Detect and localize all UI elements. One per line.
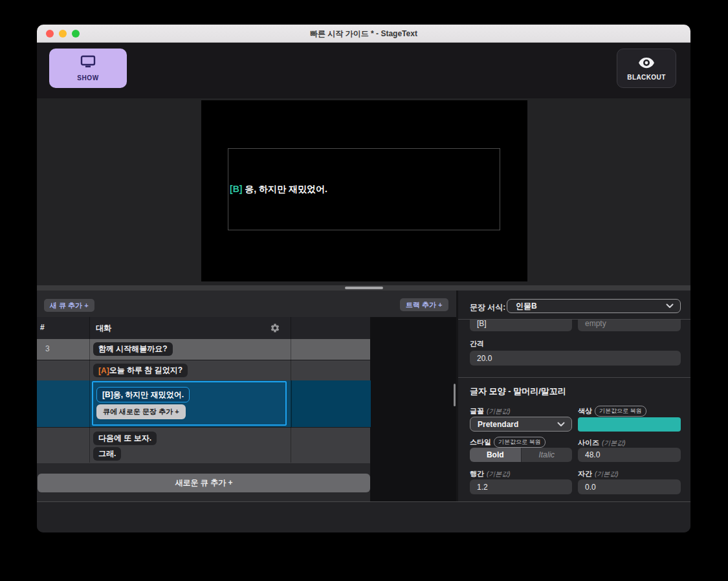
blackout-button-label: BLACKOUT xyxy=(627,74,665,81)
speaker-tag: [B] xyxy=(230,184,245,194)
letter-spacing-input[interactable] xyxy=(578,479,681,494)
default-hint: (기본값) xyxy=(487,408,511,415)
selected-sentence-chip[interactable]: [B]응, 하지만 재밌었어. xyxy=(96,387,190,402)
sentence-text: 다음에 또 보자. xyxy=(98,433,151,444)
letter-spacing-label-text: 자간 xyxy=(578,470,592,477)
sentence-text: 그래. xyxy=(98,448,116,459)
sentence-text: 응, 하지만 재밌었어. xyxy=(113,389,184,400)
blackout-button[interactable]: BLACKOUT xyxy=(617,49,676,88)
size-input[interactable] xyxy=(578,448,681,462)
sentence-format-select[interactable]: 인물B xyxy=(507,299,681,313)
header-dialogue: 대화 xyxy=(96,323,111,334)
letter-spacing-label: 자간(기본값) xyxy=(578,469,619,479)
default-hint: (기본값) xyxy=(595,470,619,477)
app-window: 빠른 시작 가이드 * - StageText SHOW BLACKOUT xyxy=(37,25,690,532)
color-label-text: 색상 xyxy=(578,407,592,415)
monitor-icon xyxy=(80,55,96,72)
toolbar: SHOW BLACKOUT xyxy=(37,43,690,98)
font-label: 글꼴(기본값) xyxy=(470,406,511,416)
clipped-fields xyxy=(458,320,690,331)
empty-track-area xyxy=(370,317,456,501)
new-cue-button[interactable]: 새로운 큐 추가 + xyxy=(38,474,370,492)
sentence-chip[interactable]: [A]오늘 하루 참 길었지? xyxy=(93,364,188,377)
line-height-input[interactable] xyxy=(470,479,572,494)
titlebar[interactable]: 빠른 시작 가이드 * - StageText xyxy=(37,25,690,43)
head-field[interactable] xyxy=(470,320,572,331)
add-sentence-button[interactable]: 큐에 새로운 문장 추가 + xyxy=(96,404,186,419)
chevron-down-icon xyxy=(557,422,565,427)
cue-table: # 대화 3 함께 시작해볼까요? [A]오늘 하루 참 길었지? [B]응, … xyxy=(37,317,370,470)
tail-field[interactable] xyxy=(578,320,681,331)
speaker-tag-b: [B] xyxy=(102,390,113,399)
italic-toggle[interactable]: Italic xyxy=(521,448,573,462)
bold-toggle[interactable]: Bold xyxy=(470,448,521,462)
sentence-format-value: 인물B xyxy=(507,301,666,312)
cue-number: 3 xyxy=(45,344,50,353)
sentence-text: 함께 시작해볼까요? xyxy=(98,344,168,355)
color-swatch[interactable] xyxy=(578,417,681,432)
cue-row[interactable]: 다음에 또 보자. 그래. xyxy=(37,427,370,463)
subtitle-frame: [B] 응, 하지만 재밌었어. xyxy=(228,148,500,230)
scrollbar-thumb[interactable] xyxy=(454,384,456,406)
show-button-label: SHOW xyxy=(77,74,99,82)
size-label: 사이즈(기본값) xyxy=(578,438,626,448)
add-cue-button[interactable]: 새 큐 추가 + xyxy=(44,299,94,312)
style-label-text: 스타일 xyxy=(470,438,491,446)
font-label-text: 글꼴 xyxy=(470,407,484,415)
header-number: # xyxy=(40,323,45,332)
splitter-handle-icon[interactable] xyxy=(345,287,383,289)
chevron-down-icon xyxy=(666,303,674,309)
show-button[interactable]: SHOW xyxy=(49,49,127,88)
style-segmented-control: Bold Italic xyxy=(470,448,572,462)
bottom-strip xyxy=(37,501,690,532)
sentence-text: 오늘 하루 참 길었지? xyxy=(109,365,182,376)
preview-section: [B] 응, 하지만 재밌었어. xyxy=(37,98,690,285)
font-select[interactable]: Pretendard xyxy=(470,417,572,432)
default-hint: (기본값) xyxy=(602,439,626,446)
subtitle-body: 응, 하지만 재밌었어. xyxy=(245,184,327,194)
size-label-text: 사이즈 xyxy=(578,439,599,446)
color-label: 색상기본값으로 복원 xyxy=(578,406,646,417)
sentence-format-label: 문장 서식: xyxy=(470,302,505,313)
default-hint: (기본값) xyxy=(487,470,511,477)
selected-cue-box[interactable]: [B]응, 하지만 재밌었어. 큐에 새로운 문장 추가 + xyxy=(92,381,287,426)
gear-icon[interactable] xyxy=(270,323,280,333)
cue-row[interactable]: [A]오늘 하루 참 길었지? xyxy=(37,360,370,380)
column-divider xyxy=(89,317,90,463)
panel-splitter[interactable] xyxy=(37,285,690,290)
subtitle-text: [B] 응, 하지만 재밌었어. xyxy=(228,184,327,195)
cue-table-header: # 대화 xyxy=(37,317,370,339)
stage-preview: [B] 응, 하지만 재밌었어. xyxy=(201,100,527,281)
line-height-label: 행간(기본값) xyxy=(470,469,511,479)
column-divider xyxy=(291,317,291,463)
sentence-chip[interactable]: 함께 시작해볼까요? xyxy=(93,342,173,356)
spacing-input[interactable] xyxy=(470,351,681,366)
eye-icon xyxy=(638,56,655,72)
font-value: Pretendard xyxy=(470,420,557,429)
add-track-button[interactable]: 트랙 추가 + xyxy=(400,298,448,311)
sentence-chip[interactable]: 그래. xyxy=(93,447,121,461)
format-panel: 문장 서식: 인물B 간격 글자 모양 - 말머리/말꼬리 글꼴(기본값) 색상… xyxy=(458,290,690,501)
cue-list-panel: 새 큐 추가 + 트랙 추가 + # 대화 3 함께 시작해볼까요? [A]오늘… xyxy=(37,290,456,501)
style-label: 스타일기본값으로 복원 xyxy=(470,437,546,448)
line-height-label-text: 행간 xyxy=(470,470,484,477)
selected-row-track-cell xyxy=(291,380,371,427)
cue-row-active[interactable]: 3 함께 시작해볼까요? xyxy=(37,339,370,360)
restore-default-badge[interactable]: 기본값으로 복원 xyxy=(595,406,646,417)
speaker-tag-a: [A] xyxy=(98,366,109,375)
divider xyxy=(458,377,690,378)
sentence-chip[interactable]: 다음에 또 보자. xyxy=(93,432,157,445)
cue-row-selected[interactable]: [B]응, 하지만 재밌었어. 큐에 새로운 문장 추가 + xyxy=(37,380,370,427)
section-title: 글자 모양 - 말머리/말꼬리 xyxy=(470,386,566,397)
restore-default-badge[interactable]: 기본값으로 복원 xyxy=(494,437,546,448)
window-title: 빠른 시작 가이드 * - StageText xyxy=(37,28,690,39)
spacing-label: 간격 xyxy=(470,339,484,349)
